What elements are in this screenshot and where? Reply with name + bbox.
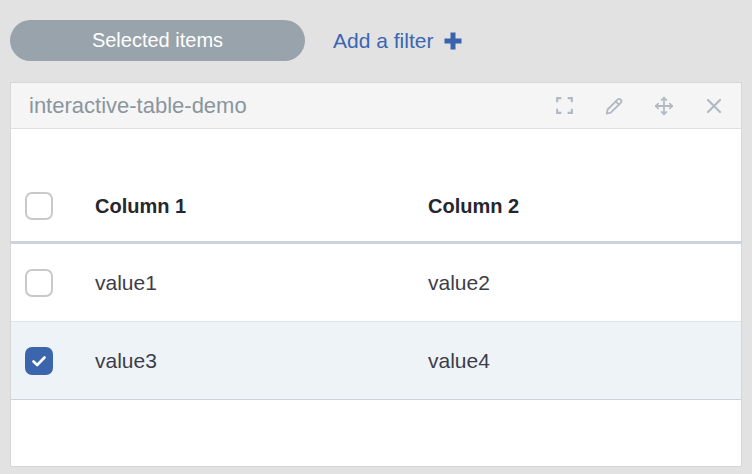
table-row[interactable]: value3 value4 <box>11 322 741 400</box>
table-header-row: Column 1 Column 2 <box>11 171 741 244</box>
interactive-table-panel: interactive-table-demo <box>10 82 742 467</box>
panel-actions <box>553 95 725 117</box>
panel-title: interactive-table-demo <box>29 93 553 119</box>
selected-items-label: Selected items <box>92 29 223 52</box>
table-cell: value3 <box>95 349 428 373</box>
row-checkbox[interactable] <box>25 269 53 297</box>
selected-items-button[interactable]: Selected items <box>10 20 305 61</box>
add-filter-label: Add a filter <box>333 29 433 53</box>
panel-header: interactive-table-demo <box>11 83 741 129</box>
table-cell: value2 <box>428 271 741 295</box>
plus-icon <box>442 30 464 52</box>
column-header[interactable]: Column 2 <box>428 195 741 218</box>
select-all-checkbox[interactable] <box>25 192 53 220</box>
close-icon[interactable] <box>703 95 725 117</box>
header-checkbox-cell <box>25 192 95 220</box>
move-icon[interactable] <box>653 95 675 117</box>
column-header[interactable]: Column 1 <box>95 195 428 218</box>
add-filter-button[interactable]: Add a filter <box>333 29 464 53</box>
expand-icon[interactable] <box>553 95 575 117</box>
table-cell: value1 <box>95 271 428 295</box>
row-checkbox-cell <box>25 347 95 375</box>
table-row[interactable]: value1 value2 <box>11 244 741 322</box>
top-toolbar: Selected items Add a filter <box>0 0 752 70</box>
table-cell: value4 <box>428 349 741 373</box>
row-checkbox[interactable] <box>25 347 53 375</box>
row-checkbox-cell <box>25 269 95 297</box>
panel-body: Column 1 Column 2 value1 value2 <box>11 129 741 466</box>
edit-pencil-icon[interactable] <box>603 95 625 117</box>
